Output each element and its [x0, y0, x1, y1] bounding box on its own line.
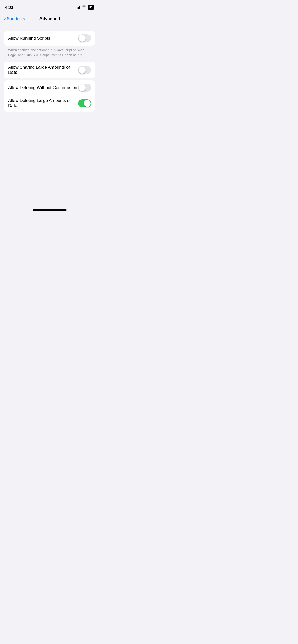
toggle-allow-sharing-large[interactable]: [78, 66, 91, 74]
row-allow-running-scripts[interactable]: Allow Running Scripts: [4, 31, 95, 46]
settings-group-deleting: Allow Deleting Without Confirmation Allo…: [0, 80, 99, 112]
back-button[interactable]: ‹ Shortcuts: [4, 16, 25, 21]
row-label-allow-deleting-without-confirmation: Allow Deleting Without Confirmation: [8, 85, 78, 90]
battery-level: 50: [89, 6, 92, 9]
toggle-thumb: [84, 100, 91, 107]
spacer: [0, 118, 99, 205]
back-label: Shortcuts: [7, 16, 25, 21]
status-bar: 4:31 50: [0, 0, 99, 13]
chevron-left-icon: ‹: [4, 16, 6, 21]
page-wrapper: 4:31 50 ‹ Shortcuts: [0, 0, 99, 215]
toggle-allow-deleting-large[interactable]: [78, 99, 91, 107]
home-indicator: [0, 205, 99, 215]
toggle-allow-running-scripts[interactable]: [78, 34, 91, 42]
settings-card-sharing: Allow Sharing Large Amounts of Data: [4, 62, 95, 78]
status-icons: 50: [76, 5, 94, 10]
wifi-icon: [82, 5, 86, 9]
settings-content: Allow Running Scripts When enabled, the …: [0, 27, 99, 118]
row-label-allow-sharing-large: Allow Sharing Large Amounts of Data: [8, 65, 78, 75]
row-label-allow-deleting-large: Allow Deleting Large Amounts of Data: [8, 98, 78, 108]
row-label-allow-running-scripts: Allow Running Scripts: [8, 36, 78, 41]
status-time: 4:31: [5, 5, 13, 10]
toggle-thumb: [79, 84, 86, 91]
toggle-allow-deleting-without-confirmation[interactable]: [78, 84, 91, 92]
home-bar: [33, 209, 67, 211]
row-allow-deleting-without-confirmation[interactable]: Allow Deleting Without Confirmation: [4, 80, 95, 95]
nav-bar: ‹ Shortcuts Advanced: [0, 13, 99, 27]
settings-card-scripts: Allow Running Scripts: [4, 31, 95, 46]
toggle-thumb: [79, 35, 86, 42]
settings-group-sharing: Allow Sharing Large Amounts of Data: [0, 62, 99, 78]
settings-group-scripts: Allow Running Scripts When enabled, the …: [0, 31, 99, 57]
toggle-thumb: [79, 67, 86, 74]
settings-card-deleting: Allow Deleting Without Confirmation Allo…: [4, 80, 95, 112]
signal-bars-icon: [76, 6, 80, 9]
row-allow-deleting-large[interactable]: Allow Deleting Large Amounts of Data: [4, 95, 95, 112]
battery-icon: 50: [88, 5, 94, 10]
scripts-description: When enabled, the actions "Run JavaScrip…: [8, 48, 91, 57]
row-allow-sharing-large[interactable]: Allow Sharing Large Amounts of Data: [4, 62, 95, 78]
page-title: Advanced: [39, 16, 60, 21]
